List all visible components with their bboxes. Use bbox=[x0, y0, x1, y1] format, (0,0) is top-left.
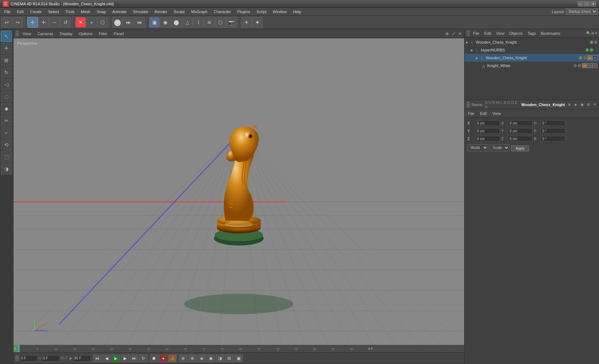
next-frame-button[interactable]: ▶ bbox=[121, 354, 129, 362]
timeline-btn6[interactable]: ⊞ bbox=[225, 354, 233, 362]
tag-x1[interactable]: ✕ bbox=[587, 63, 592, 68]
viewport-tab-options[interactable]: Options bbox=[76, 31, 95, 37]
obj-row-wooden-chess-knight-child[interactable]: ▶ L Wooden_Chess_Knight M H bbox=[465, 54, 599, 62]
coord-apply-button[interactable]: Apply bbox=[511, 145, 529, 151]
tool-measure[interactable]: ⌐ bbox=[1, 127, 12, 138]
tool-knife[interactable]: ✂ bbox=[1, 115, 12, 126]
menu-mograph[interactable]: MoGraph bbox=[188, 9, 210, 15]
coord-p[interactable] bbox=[540, 128, 565, 134]
redo-button[interactable]: ↪ bbox=[12, 17, 23, 28]
move-tool-button[interactable]: ✛ bbox=[38, 17, 49, 28]
record-position-button[interactable]: ● bbox=[159, 354, 167, 362]
viewport-close-icon[interactable]: ✕ bbox=[457, 31, 463, 37]
coord-tab-file[interactable]: File bbox=[466, 111, 477, 116]
undo-button[interactable]: ↩ bbox=[1, 17, 12, 28]
obj-menu-bookmarks[interactable]: Bookmarks bbox=[539, 31, 562, 36]
coord-z-pos[interactable] bbox=[475, 136, 500, 142]
coord-x-pos[interactable] bbox=[475, 120, 500, 126]
end-frame-input[interactable] bbox=[73, 355, 91, 362]
preview-frame-input[interactable] bbox=[42, 355, 60, 362]
obj-row-wooden-chess-knight-root[interactable]: ▶ L Wooden_Chess_Knight bbox=[465, 38, 599, 46]
menu-plugins[interactable]: Plugins bbox=[235, 9, 253, 15]
tool-extrude[interactable]: ◆ bbox=[1, 103, 12, 114]
record-keyframe-button[interactable]: ⚠ bbox=[168, 354, 177, 362]
visibility-dot-green-2[interactable] bbox=[586, 48, 589, 52]
menu-file[interactable]: File bbox=[1, 9, 13, 15]
visibility-dot-green[interactable] bbox=[590, 40, 593, 44]
menu-simulate[interactable]: Simulate bbox=[130, 9, 151, 15]
tool-taper[interactable]: ◁ bbox=[1, 79, 12, 90]
tool-rotate3d[interactable]: ↻ bbox=[1, 67, 12, 78]
render-dot-grey-4[interactable] bbox=[578, 64, 581, 67]
name-icon-1[interactable]: ⊕ bbox=[566, 102, 572, 107]
menu-sculpt[interactable]: Sculpt bbox=[171, 9, 188, 15]
tool-magnet[interactable]: ⟲ bbox=[1, 139, 12, 150]
render-dot-grey-3[interactable] bbox=[583, 56, 587, 60]
go-start-button[interactable]: ⏮ bbox=[93, 354, 101, 362]
menu-window[interactable]: Window bbox=[270, 9, 290, 15]
menu-help[interactable]: Help bbox=[290, 9, 304, 15]
close-button[interactable]: ✕ bbox=[590, 1, 596, 6]
viewport-3d[interactable]: Perspective X Y Z bbox=[13, 38, 464, 345]
coord-y-rot[interactable] bbox=[508, 128, 533, 134]
render-tool[interactable]: ☀ bbox=[252, 17, 263, 28]
record-all-button[interactable]: ⏺ bbox=[150, 354, 158, 362]
menu-create[interactable]: Create bbox=[27, 9, 45, 15]
auto-key-button[interactable]: ⊕ bbox=[179, 354, 187, 362]
record-button[interactable]: ⬤ bbox=[112, 17, 123, 28]
render-dot-grey[interactable] bbox=[594, 40, 598, 44]
go-end-button[interactable]: ⏭ bbox=[130, 354, 138, 362]
rotate-tool-button[interactable]: ↺ bbox=[60, 17, 71, 28]
tag-material[interactable]: M bbox=[587, 55, 592, 60]
obj-search-icon[interactable]: 🔍 bbox=[586, 31, 590, 35]
spline-tool[interactable]: ⌇ bbox=[193, 17, 204, 28]
obj-menu-edit[interactable]: Edit bbox=[482, 31, 493, 36]
menu-mesh[interactable]: Mesh bbox=[78, 9, 93, 15]
timeline-playhead[interactable] bbox=[19, 345, 20, 353]
obj-menu-file[interactable]: File bbox=[471, 31, 482, 36]
menu-select[interactable]: Select bbox=[45, 9, 62, 15]
menu-render[interactable]: Render bbox=[152, 9, 170, 15]
primitive-cube[interactable]: ▣ bbox=[149, 17, 160, 28]
layout-dropdown[interactable]: Startup (User) Standard bbox=[566, 9, 598, 15]
tool-deform[interactable]: ◑ bbox=[1, 163, 12, 175]
scale-tool-button[interactable]: ↔ bbox=[49, 17, 60, 28]
coord-tab-edit[interactable]: Edit bbox=[478, 111, 489, 116]
viewport-tab-filter[interactable]: Filter bbox=[96, 31, 110, 37]
viewport-full-icon[interactable]: ⤢ bbox=[451, 31, 456, 37]
menu-character[interactable]: Character bbox=[211, 9, 233, 15]
play-button[interactable]: ▶ bbox=[111, 354, 120, 362]
name-icon-5[interactable]: ✕ bbox=[592, 102, 598, 107]
menu-snap[interactable]: Snap bbox=[94, 9, 109, 15]
coord-x-rot[interactable] bbox=[508, 120, 533, 126]
prev-frame-button[interactable]: ◀ bbox=[102, 354, 111, 362]
tool-select[interactable]: ↖ bbox=[1, 31, 12, 42]
visibility-dot-grey-4[interactable] bbox=[573, 64, 577, 67]
primitive-sphere[interactable]: ◉ bbox=[160, 17, 171, 28]
coord-tab-view[interactable]: View bbox=[490, 111, 503, 116]
primitive-cone[interactable]: △ bbox=[182, 17, 193, 28]
edge-mode-button[interactable]: ⬡ bbox=[97, 17, 108, 28]
loop-button[interactable]: ↻ bbox=[139, 354, 148, 362]
visibility-dot-green-3[interactable] bbox=[579, 56, 582, 60]
viewport-tab-display[interactable]: Display bbox=[57, 31, 75, 37]
point-mode-button[interactable]: ● bbox=[86, 17, 97, 28]
light-tool[interactable]: ☀ bbox=[241, 17, 252, 28]
select-tool-button[interactable]: ✛ bbox=[27, 17, 38, 28]
timeline-btn2[interactable]: ⊕ bbox=[188, 354, 197, 362]
obj-menu-view[interactable]: View bbox=[494, 31, 507, 36]
camera-tool[interactable]: 📷 bbox=[226, 17, 237, 28]
viewport-expand-icon[interactable]: ⊕ bbox=[444, 31, 450, 37]
coord-world-select[interactable]: World Object bbox=[467, 144, 488, 151]
name-icon-4[interactable]: ⊞ bbox=[586, 102, 591, 107]
viewport-tab-panel[interactable]: Panel bbox=[111, 31, 127, 37]
tool-grid[interactable]: ⊞ bbox=[1, 55, 12, 66]
menu-edit[interactable]: Edit bbox=[14, 9, 27, 15]
timeline-btn4[interactable]: ◉ bbox=[207, 354, 215, 362]
deformer-tool[interactable]: ⬡ bbox=[215, 17, 226, 28]
coord-y-pos[interactable] bbox=[475, 128, 500, 134]
playback-btn2[interactable]: ⏮ bbox=[134, 17, 145, 28]
obj-menu-objects[interactable]: Objects bbox=[507, 31, 524, 36]
current-frame-input[interactable] bbox=[20, 355, 38, 362]
playback-btn1[interactable]: ⏭ bbox=[123, 17, 134, 28]
